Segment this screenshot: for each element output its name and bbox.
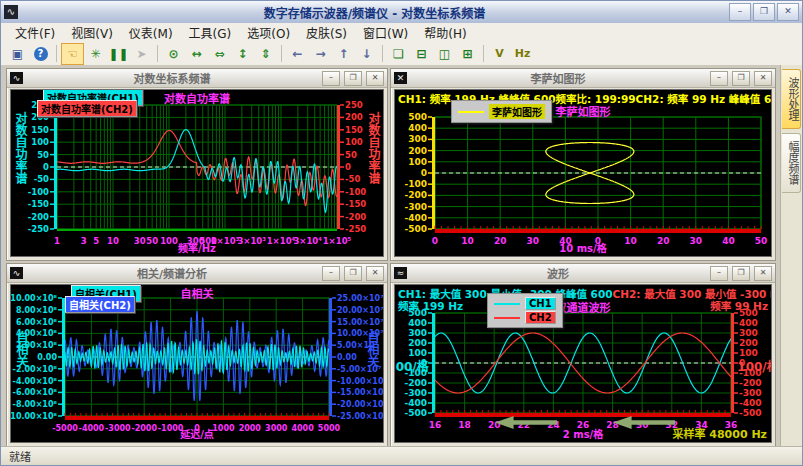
menu-bar: 文件(F)视图(V)仪表(M)工具(G)选项(O)皮肤(S)窗口(W)帮助(H): [1, 23, 802, 43]
lissajous-x-axis-label: 10 ms/格: [395, 240, 771, 255]
svg-text:0.00: 0.00: [37, 353, 57, 362]
correlation-legend-ch2[interactable]: 自相关(CH2): [65, 296, 135, 313]
waveform-window-title: 波形: [410, 265, 706, 281]
correlation-window-icon[interactable]: ∿: [10, 267, 23, 279]
svg-text:-200: -200: [739, 378, 762, 388]
zoom-x-out-icon[interactable]: ⇔: [208, 43, 231, 65]
volts-button[interactable]: V: [488, 43, 511, 65]
status-bar: 就绪: [1, 446, 802, 465]
hertz-button[interactable]: Hz: [511, 43, 534, 65]
menu-item-4[interactable]: 选项(O): [239, 23, 298, 42]
toolbar-separator: [483, 45, 484, 62]
tile-grid-icon[interactable]: ⊞: [456, 43, 479, 65]
status-text: 就绪: [9, 448, 31, 464]
menu-item-0[interactable]: 文件(F): [7, 23, 63, 42]
svg-text:200: 200: [739, 338, 758, 348]
correlation-close-button[interactable]: ✕: [366, 266, 384, 281]
correlation-window-title: 相关/频谱分析: [26, 265, 318, 281]
correlation-minimize-button[interactable]: –: [322, 266, 340, 281]
zoom-y-in-icon[interactable]: ↕: [231, 43, 254, 65]
pan-left-icon[interactable]: ←: [286, 43, 309, 65]
spectrum-window: ∿ 对数坐标系频谱 – ❐ ✕ 250200150100500-50-100-1…: [6, 68, 388, 261]
menu-item-2[interactable]: 仪表(M): [121, 23, 181, 42]
waveform-legend[interactable]: CH1 CH2: [487, 293, 563, 328]
zoom-y-out-icon[interactable]: ⇕: [254, 43, 277, 65]
svg-text:50: 50: [345, 150, 357, 160]
title-bar: ∿ 数字存储示波器/频谱仪 - 对数坐标系频谱 – ❐ ✕: [1, 1, 802, 24]
svg-text:200: 200: [408, 338, 427, 348]
menu-item-5[interactable]: 皮肤(S): [298, 23, 355, 42]
svg-text:-25.00×10⁷: -25.00×10⁷: [337, 412, 383, 421]
pause-icon[interactable]: ❚❚: [107, 43, 130, 65]
svg-text:6.00×10⁸: 6.00×10⁸: [16, 318, 58, 327]
close-button[interactable]: ✕: [777, 3, 799, 21]
window-title: 数字存储示波器/频谱仪 - 对数坐标系频谱: [22, 4, 727, 21]
spectrum-window-icon[interactable]: ∿: [10, 72, 23, 84]
lissajous-ratio-info: 频率比: 199:99: [556, 91, 636, 106]
waveform-plot-area[interactable]: 5004003002001000-100-200-300-400-5005004…: [394, 284, 772, 443]
help-icon[interactable]: ?: [29, 43, 52, 65]
spectrum-close-button[interactable]: ✕: [366, 71, 384, 86]
lissajous-window-icon[interactable]: ✕: [394, 72, 407, 84]
correlation-maximize-button[interactable]: ❐: [344, 266, 362, 281]
spectrum-window-titlebar[interactable]: ∿ 对数坐标系频谱 – ❐ ✕: [7, 69, 387, 88]
lissajous-window-titlebar[interactable]: ✕ 李萨如图形 – ❐ ✕: [391, 69, 775, 88]
svg-text:-400: -400: [404, 213, 427, 223]
application-window: ∿ 数字存储示波器/频谱仪 - 对数坐标系频谱 – ❐ ✕ 文件(F)视图(V)…: [0, 0, 803, 466]
svg-text:300: 300: [408, 134, 427, 144]
lissajous-plot-area[interactable]: 5004003002001000-100-200-300-400-5000102…: [394, 89, 772, 257]
svg-text:400: 400: [739, 318, 758, 328]
side-tab-strip: 波形处理幅度频谱: [780, 65, 802, 447]
spectrum-plot-area[interactable]: 250200150100500-50-100-150-200-250250200…: [10, 89, 384, 257]
waveform-maximize-button[interactable]: ❐: [732, 266, 750, 281]
tile-horizontal-icon[interactable]: ⊟: [410, 43, 433, 65]
svg-text:-20.00×10⁷: -20.00×10⁷: [337, 400, 383, 409]
svg-text:-100: -100: [345, 187, 366, 197]
svg-text:-200: -200: [404, 378, 427, 388]
lissajous-legend[interactable]: 李萨如图形: [451, 100, 552, 123]
svg-text:0: 0: [345, 162, 351, 172]
lissajous-close-button[interactable]: ✕: [754, 71, 772, 86]
lissajous-maximize-button[interactable]: ❐: [732, 71, 750, 86]
waveform-minimize-button[interactable]: –: [710, 266, 728, 281]
toolbar-separator: [157, 45, 158, 62]
spectrum-maximize-button[interactable]: ❐: [344, 71, 362, 86]
snowflake-icon[interactable]: ✳: [84, 43, 107, 65]
sample-rate-label: 采样率 48000 Hz: [672, 425, 767, 441]
menu-item-6[interactable]: 窗口(W): [355, 23, 416, 42]
waveform-legend-ch1: CH1: [525, 297, 556, 310]
app-icon[interactable]: ∿: [4, 5, 18, 19]
cascade-windows-icon[interactable]: ❏: [387, 43, 410, 65]
waveform-header-row2: 频率 199 Hz 频率 99 Hz: [398, 298, 768, 313]
menu-item-3[interactable]: 工具(G): [181, 23, 240, 42]
maximize-button[interactable]: ❐: [753, 3, 775, 21]
side-tab-0[interactable]: 波形处理: [782, 69, 801, 129]
pan-hand-icon[interactable]: ☜: [61, 43, 84, 65]
waveform-window-icon[interactable]: ≈: [394, 267, 407, 279]
pan-down-icon[interactable]: ↓: [355, 43, 378, 65]
svg-text:-400: -400: [404, 398, 427, 408]
zoom-auto-icon[interactable]: ⊙: [162, 43, 185, 65]
spectrum-legend-ch2[interactable]: 对数自功率谱(CH2): [37, 100, 137, 117]
pan-right-icon[interactable]: →: [309, 43, 332, 65]
svg-text:-10.00×10⁷: -10.00×10⁷: [337, 377, 383, 386]
menu-item-7[interactable]: 帮助(H): [416, 23, 474, 42]
svg-text:-500: -500: [739, 408, 762, 418]
zoom-x-in-icon[interactable]: ↔: [185, 43, 208, 65]
svg-text:150: 150: [345, 125, 363, 135]
correlation-plot-area[interactable]: 10.00×10⁸8.00×10⁸6.00×10⁸4.00×10⁸2.00×10…: [10, 284, 384, 443]
svg-text:-150: -150: [345, 199, 366, 209]
lissajous-minimize-button[interactable]: –: [710, 71, 728, 86]
spectrum-minimize-button[interactable]: –: [322, 71, 340, 86]
side-tab-1[interactable]: 幅度频谱: [782, 133, 801, 193]
pan-up-icon[interactable]: ↑: [332, 43, 355, 65]
svg-text:-50: -50: [345, 174, 360, 184]
lissajous-window-title: 李萨如图形: [410, 70, 706, 86]
waveform-close-button[interactable]: ✕: [754, 266, 772, 281]
menu-item-1[interactable]: 视图(V): [63, 23, 121, 42]
minimize-button[interactable]: –: [729, 3, 751, 21]
correlation-window-titlebar[interactable]: ∿ 相关/频谱分析 – ❐ ✕: [7, 264, 387, 283]
save-icon[interactable]: ▣: [6, 43, 29, 65]
waveform-window-titlebar[interactable]: ≈ 波形 – ❐ ✕: [391, 264, 775, 283]
tile-vertical-icon[interactable]: ◫: [433, 43, 456, 65]
